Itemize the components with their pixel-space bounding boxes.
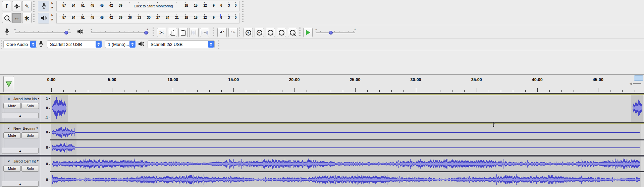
stepper-icon[interactable] — [96, 41, 102, 48]
timeline-tick — [464, 90, 465, 92]
selection-tool-button[interactable]: I — [2, 1, 11, 11]
copy-button[interactable] — [168, 28, 177, 37]
recording-channels-value: 1 (Mono)... — [108, 42, 129, 47]
stepper-icon[interactable] — [30, 41, 36, 48]
track3-waveform-right[interactable] — [50, 172, 644, 187]
track1-vertical-scale[interactable]: 1 0 -1 — [40, 95, 50, 122]
stepper-icon[interactable] — [129, 41, 136, 48]
track1-collapse-button[interactable]: ▲ — [2, 113, 39, 118]
undo-button[interactable]: ↶ — [217, 28, 227, 37]
zoom-tool-button[interactable] — [2, 13, 11, 23]
playback-device-select[interactable]: Scarlett 2i2 USB — [148, 40, 215, 48]
play-speed-slider[interactable] — [316, 33, 355, 33]
track3-close-button[interactable]: × — [5, 159, 12, 164]
track1-header[interactable]: × Jarod Intro Na ▼ Mute Solo ▲ — [0, 95, 40, 122]
toolbar-grip[interactable] — [299, 27, 301, 37]
playback-meter-speaker-button[interactable] — [38, 13, 49, 23]
audacity-window: { "icons": { "selection_tool": "I", "dra… — [0, 0, 644, 187]
fit-project-button[interactable] — [277, 28, 286, 37]
time-shift-tool-button[interactable]: ↔ — [12, 13, 21, 23]
timeline-tick — [209, 90, 210, 92]
redo-button[interactable]: ↷ — [228, 28, 238, 37]
stepper-icon[interactable] — [208, 41, 214, 48]
trim-audio-button[interactable] — [189, 28, 199, 37]
track3-header[interactable]: × Jarod Cerf Int ▼ Mute Solo ▲ — [0, 157, 40, 187]
timeline-tick — [221, 90, 222, 92]
recording-device-select[interactable]: Scarlett 2i2 USB — [47, 40, 102, 48]
track2-collapse-button[interactable]: ▲ — [2, 148, 39, 153]
track2-solo-button[interactable]: Solo — [21, 132, 39, 138]
paste-button[interactable] — [178, 28, 188, 37]
recording-channels-select[interactable]: 1 (Mono)... — [105, 40, 136, 48]
toolbar-grip[interactable] — [33, 1, 35, 23]
zoom-out-button[interactable]: − — [255, 28, 264, 37]
scroll-left-arrow-icon[interactable]: ◀ — [629, 81, 632, 86]
toolbar-grip[interactable] — [239, 27, 240, 37]
track2-header[interactable]: × New_Beginni ▼ Mute Solo ▲ — [0, 124, 40, 155]
track3-waveform-left[interactable] — [50, 157, 644, 171]
multi-tool-button[interactable]: ∗ — [22, 13, 32, 23]
dropdown-arrow-icon: ▼ — [37, 160, 39, 163]
track1-title-text: Jarod Intro Na — [13, 97, 37, 101]
timeline-tick — [549, 90, 550, 92]
scale-label: 1 — [46, 97, 48, 100]
track3-collapse-button[interactable]: ▲ — [2, 181, 39, 187]
timeline-tick — [537, 88, 538, 92]
playback-meter-scale: -57-54-51-48-45-42-39-36-33-30-27-24-21-… — [61, 14, 236, 19]
playback-volume-slider[interactable] — [91, 33, 149, 33]
play-at-speed-icon — [306, 30, 310, 35]
fit-selection-button[interactable] — [266, 28, 275, 37]
recording-volume-slider[interactable] — [15, 33, 71, 33]
toolbar-grip[interactable] — [218, 40, 219, 49]
track1-title-menu[interactable]: Jarod Intro Na ▼ — [13, 96, 39, 101]
timeline-tick — [404, 90, 404, 92]
track2-mute-button[interactable]: Mute — [3, 132, 21, 138]
scrollbar-thumb[interactable] — [634, 75, 643, 81]
toolbar-grip[interactable] — [153, 27, 154, 37]
monitoring-overlay-text[interactable]: Click to Start Monitoring — [124, 4, 182, 8]
zoom-in-button[interactable]: + — [244, 28, 253, 37]
timeline-tick — [63, 90, 64, 92]
track3-vertical-scale[interactable]: 0 0 — [40, 157, 50, 187]
track2-title-menu[interactable]: New_Beginni ▼ — [13, 126, 39, 131]
scale-label: -1 — [45, 116, 48, 120]
track1-solo-button[interactable]: Solo — [21, 103, 39, 109]
play-at-speed-button[interactable] — [303, 28, 313, 37]
silence-audio-button[interactable] — [200, 28, 209, 37]
track3-mute-button[interactable]: Mute — [3, 166, 21, 172]
play-speed-slider-thumb[interactable] — [329, 31, 333, 35]
envelope-tool-button[interactable] — [12, 1, 21, 11]
toolbar-area: I ✎ ↔ ∗ L R -57-54-51-48-45-42-39-36-33-… — [0, 0, 644, 50]
pinned-play-head-button[interactable] — [3, 76, 14, 92]
dropdown-arrow-icon: ▼ — [36, 127, 39, 130]
track1-waveform[interactable] — [50, 95, 644, 122]
timeline-label: 25:00 — [350, 77, 361, 82]
track3-solo-button[interactable]: Solo — [21, 166, 39, 172]
audio-host-select[interactable]: Core Audio — [3, 40, 37, 48]
track1-mute-button[interactable]: Mute — [3, 103, 21, 109]
track2-waveform-left[interactable] — [50, 124, 644, 139]
timeline-tick — [355, 88, 356, 92]
timeline-tick — [258, 90, 258, 92]
draw-tool-button[interactable]: ✎ — [22, 1, 32, 11]
playback-meter[interactable]: -57-54-51-48-45-42-39-36-33-30-27-24-21-… — [56, 13, 239, 23]
playback-volume-slider-thumb[interactable] — [144, 31, 148, 35]
timeline-ruler[interactable]: ◀ 0:005:0010:0015:0020:0025:0030:0035:00… — [0, 74, 644, 93]
toolbar-grip[interactable] — [1, 40, 2, 49]
timeline-tick — [610, 90, 610, 92]
toolbar-grip[interactable] — [242, 1, 244, 23]
zoom-toggle-button[interactable] — [288, 28, 297, 37]
record-meter-mic-button[interactable] — [38, 1, 49, 11]
recording-volume-slider-thumb[interactable] — [64, 31, 68, 35]
track1-close-button[interactable]: × — [5, 96, 12, 101]
timeline-tick — [282, 90, 282, 92]
track3-title-menu[interactable]: Jarod Cerf Int ▼ — [13, 159, 39, 164]
track2-vertical-scale[interactable]: 0 0 — [40, 124, 50, 155]
recording-meter[interactable]: -57-54-51-48-45-42-39-36-33-30-27-24-21-… — [56, 1, 239, 11]
toolbar-grip[interactable] — [213, 27, 214, 37]
recording-device-mic-icon — [39, 41, 43, 49]
track2-close-button[interactable]: × — [5, 126, 12, 131]
cut-button[interactable]: ✂ — [157, 28, 166, 37]
track2-waveform-right[interactable] — [50, 140, 644, 155]
timeline-label: 30:00 — [411, 77, 421, 82]
